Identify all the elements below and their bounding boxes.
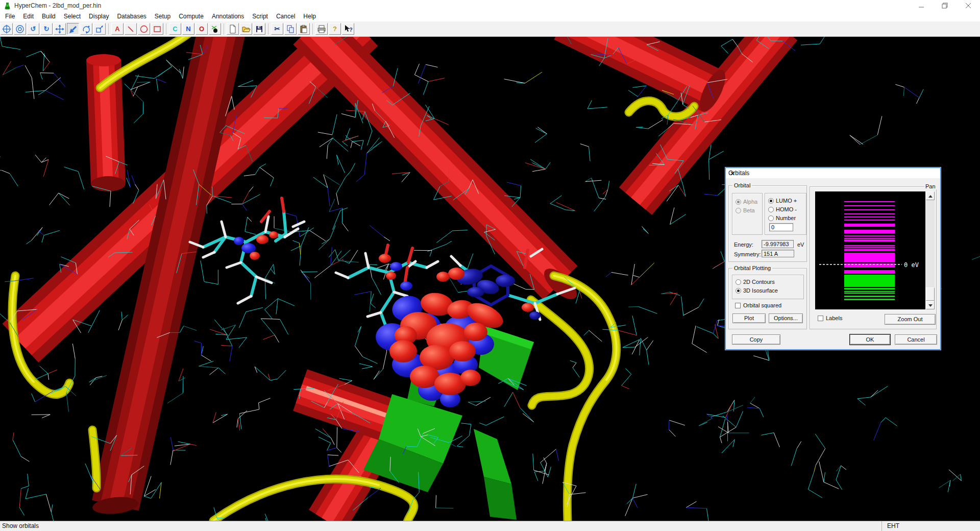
toolbar-separator <box>224 23 224 35</box>
concentric-rings-icon[interactable] <box>14 23 26 35</box>
toolbar-separator <box>108 23 109 35</box>
rotate-in-plane-icon[interactable]: ↺ <box>27 23 39 35</box>
menu-build[interactable]: Build <box>38 11 60 21</box>
file-save-icon[interactable] <box>253 23 265 35</box>
window-title: HyperChem - 2lbd_mod_per.hin <box>14 2 101 9</box>
draw-rect-icon[interactable] <box>151 23 163 35</box>
menu-setup[interactable]: Setup <box>151 11 175 21</box>
orbitals-dialog: Orbitals ✕ Orbital Alpha Beta LUMO + <box>725 167 941 350</box>
menu-edit[interactable]: Edit <box>19 11 38 21</box>
orbital-group-label: Orbital <box>732 182 752 188</box>
beta-radio[interactable]: Beta <box>736 207 755 213</box>
menu-display[interactable]: Display <box>85 11 113 21</box>
orbital-group: Orbital Alpha Beta LUMO + HOMO - <box>728 185 807 262</box>
plotting-group: Orbital Plotting 2D Contours 3D Isosurfa… <box>728 268 807 329</box>
z-rotate-icon[interactable] <box>80 23 92 35</box>
energy-unit: eV <box>797 242 804 248</box>
copy-icon[interactable] <box>284 23 297 35</box>
pan-scrollbar[interactable] <box>926 191 935 309</box>
menu-cancel[interactable]: Cancel <box>272 11 299 21</box>
menu-script[interactable]: Script <box>248 11 272 21</box>
status-method: EHT <box>887 522 899 529</box>
element-n-icon[interactable]: N <box>182 23 194 35</box>
energy-value: -9.997983 <box>762 240 794 248</box>
copy-button[interactable]: Copy <box>732 334 780 345</box>
menu-select[interactable]: Select <box>60 11 85 21</box>
toolbar-separator <box>312 23 313 35</box>
zero-ev-label: 0 eV <box>904 261 919 269</box>
draw-line-icon[interactable] <box>125 23 137 35</box>
z-clip-icon[interactable] <box>93 23 106 35</box>
plotting-group-label: Orbital Plotting <box>732 265 772 271</box>
toolbar-separator <box>268 23 268 35</box>
file-open-icon[interactable] <box>240 23 252 35</box>
plot-type-box: 2D Contours 3D Isosurface <box>732 275 804 299</box>
toolbar: ↺ ↻ A C N O ✂ ? ? <box>0 21 980 37</box>
zoom-icon[interactable] <box>67 23 79 35</box>
draw-circle-icon[interactable] <box>138 23 150 35</box>
zoom-out-button[interactable]: Zoom Out <box>885 314 936 325</box>
menu-annotations[interactable]: Annotations <box>208 11 248 21</box>
close-button[interactable] <box>957 0 980 11</box>
labels-checkbox[interactable]: Labels <box>818 315 842 321</box>
svg-text:?: ? <box>349 27 353 33</box>
context-help-icon[interactable]: ? <box>342 23 354 35</box>
number-radio[interactable]: Number <box>768 215 796 221</box>
dialog-close-icon[interactable]: ✕ <box>728 170 737 178</box>
rotate-sphere-icon[interactable] <box>1 23 13 35</box>
hyperchem-flask-icon <box>4 2 11 10</box>
ok-button[interactable]: OK <box>850 334 890 345</box>
homo-radio[interactable]: HOMO - <box>768 206 797 212</box>
restore-button[interactable] <box>933 0 957 11</box>
energy-label: Energy: <box>734 242 753 248</box>
orbital-squared-checkbox[interactable]: Orbital squared <box>735 302 781 308</box>
energy-level-diagram: 0 eV <box>815 191 925 309</box>
titlebar: HyperChem - 2lbd_mod_per.hin <box>0 0 980 11</box>
menu-file[interactable]: File <box>1 11 19 21</box>
alpha-radio[interactable]: Alpha <box>736 199 757 205</box>
options-button[interactable]: Options... <box>769 313 803 323</box>
spin-box: Alpha Beta <box>732 193 763 235</box>
contours-2d-radio[interactable]: 2D Contours <box>736 279 775 285</box>
scrollbar-thumb[interactable] <box>926 287 935 301</box>
plot-button[interactable]: Plot <box>732 313 766 323</box>
lumo-radio[interactable]: LUMO + <box>768 198 797 204</box>
cancel-button[interactable]: Cancel <box>895 334 937 345</box>
minimize-button[interactable] <box>910 0 933 11</box>
rotate-z-icon[interactable]: ↻ <box>40 23 53 35</box>
statusbar: Show orbitals EHT <box>0 521 980 531</box>
menubar: File Edit Build Select Display Databases… <box>0 11 980 21</box>
mode-box: LUMO + HOMO - Number <box>765 193 806 235</box>
pan-label: Pan <box>924 183 937 189</box>
toolbar-separator <box>166 23 166 35</box>
isosurface-3d-radio[interactable]: 3D Isosurface <box>736 287 778 294</box>
element-o-icon[interactable]: O <box>195 23 208 35</box>
select-text-icon[interactable]: A <box>111 23 124 35</box>
symmetry-value: 151 A <box>762 250 794 257</box>
element-c-icon[interactable]: C <box>169 23 181 35</box>
print-icon[interactable] <box>315 23 328 35</box>
orbital-number-input[interactable] <box>769 223 793 231</box>
menu-databases[interactable]: Databases <box>113 11 150 21</box>
scroll-up-icon[interactable] <box>926 191 935 200</box>
menu-compute[interactable]: Compute <box>175 11 208 21</box>
hyperchem-window: HyperChem - 2lbd_mod_per.hin File Edit B… <box>0 0 980 531</box>
symmetry-label: Symmetry: <box>734 251 761 257</box>
dialog-titlebar[interactable]: Orbitals ✕ <box>726 168 940 178</box>
translate-icon[interactable] <box>54 23 66 35</box>
scroll-down-icon[interactable] <box>926 301 935 309</box>
cut-icon[interactable]: ✂ <box>271 23 283 35</box>
menu-help[interactable]: Help <box>299 11 320 21</box>
file-new-icon[interactable] <box>227 23 239 35</box>
paste-icon[interactable] <box>298 23 310 35</box>
status-message: Show orbitals <box>2 522 39 529</box>
status-divider <box>881 521 882 531</box>
help-icon[interactable]: ? <box>329 23 341 35</box>
element-picker-icon[interactable] <box>209 23 221 35</box>
